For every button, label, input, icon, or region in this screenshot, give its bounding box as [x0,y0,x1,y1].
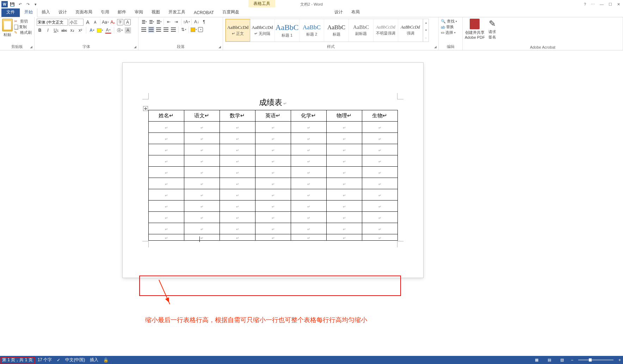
underline-button[interactable]: U [53,27,59,33]
subscript-button[interactable]: x₂ [69,27,75,33]
styles-launcher[interactable]: ◢ [433,44,438,49]
change-case-button[interactable]: Aa [102,19,109,25]
status-page[interactable]: 第 1 页，共 1 页 [2,357,33,363]
char-border-button[interactable]: A [124,19,131,25]
shading-button[interactable] [191,26,197,33]
table-cell[interactable] [362,200,397,212]
indent-dec-button[interactable]: ⇤ [166,19,172,25]
document-heading[interactable]: 成绩表 [123,63,423,108]
table-cell[interactable] [255,155,291,167]
tab-table-design[interactable]: 设计 [330,8,347,17]
table-header-cell[interactable]: 姓名↵ [148,110,184,122]
qat-more-icon[interactable]: ▾ [32,1,39,7]
show-marks-button[interactable]: ¶ [201,19,207,25]
table-cell[interactable] [326,155,362,167]
cut-button[interactable]: ✂剪切 [14,19,32,24]
view-read-icon[interactable]: ▦ [533,357,541,363]
style-item[interactable]: AaBbCcDd↵ 正文 [226,19,250,42]
table-cell[interactable] [326,167,362,178]
shrink-font-button[interactable]: A [92,19,98,25]
table-cell[interactable] [220,155,255,167]
align-center-button[interactable] [148,26,154,33]
table-cell[interactable] [148,155,184,167]
style-item[interactable]: AaBbC副标题 [349,19,374,42]
table-cell[interactable] [184,167,220,178]
font-size-select[interactable] [69,19,84,26]
table-cell[interactable] [184,155,220,167]
table-cell[interactable] [362,212,397,223]
page[interactable]: 成绩表 ✥ 姓名↵语文↵数学↵英语↵化学↵物理↵生物↵ [123,63,423,278]
style-item[interactable]: AaBbCcDd↵ 无间隔 [250,19,275,42]
table-cell[interactable] [255,234,291,241]
table-cell[interactable] [326,122,362,133]
table-cell[interactable] [362,223,397,234]
text-direction-button[interactable]: ↕A [183,19,190,25]
table-cell[interactable] [255,223,291,234]
table-cell[interactable] [255,167,291,178]
table-cell[interactable] [291,155,326,167]
table-cell[interactable] [255,178,291,189]
table-cell[interactable] [148,234,184,241]
styles-gallery[interactable]: AaBbCcDd↵ 正文AaBbCcDd↵ 无间隔AaBbC标题 1AaBbC标… [225,19,429,42]
style-item[interactable]: AaBbC标题 1 [275,19,300,42]
table-header-cell[interactable]: 生物↵ [362,110,397,122]
paste-button[interactable]: 粘贴 [2,19,13,37]
table-cell[interactable] [148,212,184,223]
tab-design[interactable]: 设计 [54,8,71,17]
table-cell[interactable] [148,133,184,144]
table-cell[interactable] [220,223,255,234]
table-cell[interactable] [148,144,184,155]
table-header-cell[interactable]: 数学↵ [220,110,255,122]
table-cell[interactable] [148,178,184,189]
styles-more-button[interactable]: ▴▾⎓ [423,19,428,42]
table-cell[interactable] [362,122,397,133]
font-family-select[interactable] [37,19,68,26]
document-area[interactable]: 成绩表 ✥ 姓名↵语文↵数学↵英语↵化学↵物理↵生物↵ 缩小最后一行表格行高，根… [0,50,623,356]
sort-button[interactable]: A↓ [193,19,200,25]
find-button[interactable]: 🔍查找▾ [441,19,460,24]
table-cell[interactable] [326,200,362,212]
table-cell[interactable] [184,178,220,189]
table-cell[interactable] [255,133,291,144]
replace-button[interactable]: ab替换 [441,24,460,30]
table-cell[interactable] [362,189,397,200]
table-cell[interactable] [362,178,397,189]
table-cell[interactable] [148,167,184,178]
tab-view[interactable]: 视图 [147,8,164,17]
table-cell[interactable] [326,212,362,223]
table-cell[interactable] [291,189,326,200]
table-cell[interactable] [291,133,326,144]
tab-insert[interactable]: 插入 [37,8,54,17]
table-cell[interactable] [148,200,184,212]
table-cell[interactable] [184,144,220,155]
table-cell[interactable] [326,189,362,200]
table-cell[interactable] [220,189,255,200]
select-button[interactable]: ▭选择▾ [441,30,460,35]
tab-table-layout[interactable]: 布局 [347,8,364,17]
indent-inc-button[interactable]: ⇥ [173,19,179,25]
table-cell[interactable] [220,122,255,133]
status-track-icon[interactable]: 🔓 [103,358,109,363]
table-cell[interactable] [326,223,362,234]
clear-format-button[interactable]: Aₓ [110,19,116,25]
table-cell[interactable] [220,200,255,212]
table-cell[interactable] [220,133,255,144]
ribbon-options-icon[interactable]: ⋯ [591,2,595,7]
table-cell[interactable] [291,178,326,189]
table-cell[interactable] [220,167,255,178]
table-cell[interactable] [220,144,255,155]
paragraph-launcher[interactable]: ◢ [217,44,222,49]
borders-button[interactable] [198,27,203,32]
table-cell[interactable] [255,144,291,155]
table-header-cell[interactable]: 语文↵ [184,110,220,122]
tab-layout[interactable]: 页面布局 [71,8,97,17]
table-cell[interactable] [362,234,397,241]
table-cell[interactable] [255,212,291,223]
table-cell[interactable] [326,144,362,155]
document-table[interactable]: 姓名↵语文↵数学↵英语↵化学↵物理↵生物↵ [148,110,398,241]
table-header-cell[interactable]: 英语↵ [255,110,291,122]
table-cell[interactable] [362,167,397,178]
grow-font-button[interactable]: A [85,19,91,25]
table-cell[interactable] [291,144,326,155]
font-launcher[interactable]: ◢ [132,44,137,49]
